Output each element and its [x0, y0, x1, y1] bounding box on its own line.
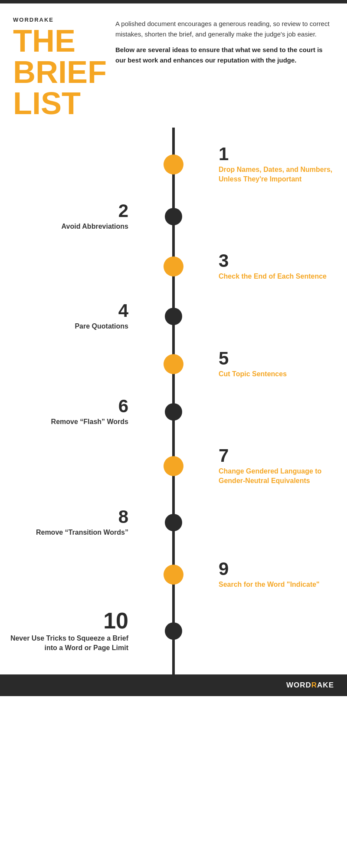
item-label-5: Cut Topic Sentences [219, 369, 347, 379]
item-number-8: 8 [0, 508, 128, 526]
top-bar [0, 0, 347, 3]
item-content-6: 6 Remove “Flash” Words [0, 397, 146, 427]
item-label-1: Drop Names, Dates, and Numbers, Unless T… [219, 165, 347, 184]
dot-7 [164, 456, 183, 476]
item-number-4: 4 [0, 302, 128, 320]
dot-10 [165, 622, 182, 640]
title-list: LIST [13, 88, 107, 119]
dot-9 [164, 565, 183, 585]
item-label-2: Avoid Abbreviations [0, 222, 128, 231]
timeline-item: 10 Never Use Tricks to Squeeze a Brief i… [0, 601, 347, 661]
timeline-item: 4 Pare Quotations [0, 293, 347, 340]
item-content-4: 4 Pare Quotations [0, 302, 146, 331]
description-area: A polished document encourages a generou… [107, 16, 334, 66]
dot-5 [164, 354, 183, 374]
item-content-5: 5 Cut Topic Sentences [201, 349, 347, 379]
item-number-2: 2 [0, 202, 128, 220]
item-label-7: Change Gendered Language to Gender-Neutr… [219, 467, 347, 486]
item-number-6: 6 [0, 397, 128, 415]
footer-brand: WORDRAKE [286, 681, 334, 690]
item-number-5: 5 [219, 349, 347, 368]
item-label-4: Pare Quotations [0, 322, 128, 331]
item-number-10: 10 [0, 609, 128, 632]
item-content-3: 3 Check the End of Each Sentence [201, 252, 347, 281]
item-content-2: 2 Avoid Abbreviations [0, 202, 146, 231]
item-label-10: Never Use Tricks to Squeeze a Brief into… [0, 634, 128, 653]
item-content-7: 7 Change Gendered Language to Gender-Neu… [201, 447, 347, 486]
item-content-8: 8 Remove “Transition Words” [0, 508, 146, 537]
timeline-item: 1 Drop Names, Dates, and Numbers, Unless… [0, 136, 347, 193]
item-label-8: Remove “Transition Words” [0, 528, 128, 537]
header-section: WORDRAKE THE BRIEF LIST A polished docum… [0, 3, 347, 128]
timeline-item: 7 Change Gendered Language to Gender-Neu… [0, 436, 347, 496]
timeline-item: 8 Remove “Transition Words” [0, 496, 347, 549]
timeline-item: 9 Search for the Word "Indicate" [0, 549, 347, 601]
description-normal: A polished document encourages a generou… [115, 19, 334, 39]
footer-bar: WORDRAKE [0, 674, 347, 696]
footer-logo: WORDRAKE [286, 681, 334, 690]
dot-4 [165, 308, 182, 325]
item-number-7: 7 [219, 447, 347, 465]
title-the: THE [13, 25, 107, 56]
item-content-9: 9 Search for the Word "Indicate" [201, 560, 347, 589]
title-brief: BRIEF [13, 56, 107, 88]
dot-2 [165, 208, 182, 225]
dot-3 [164, 256, 183, 276]
timeline-wrapper: 1 Drop Names, Dates, and Numbers, Unless… [0, 128, 347, 674]
item-number-1: 1 [219, 145, 347, 163]
timeline-item: 5 Cut Topic Sentences [0, 340, 347, 388]
item-label-3: Check the End of Each Sentence [219, 272, 347, 281]
item-label-9: Search for the Word "Indicate" [219, 580, 347, 589]
timeline-item: 3 Check the End of Each Sentence [0, 240, 347, 293]
item-content-1: 1 Drop Names, Dates, and Numbers, Unless… [201, 145, 347, 184]
item-label-6: Remove “Flash” Words [0, 417, 128, 427]
dot-8 [165, 514, 182, 531]
logo-area: WORDRAKE THE BRIEF LIST [13, 16, 107, 119]
description-bold: Below are several ideas to ensure that w… [115, 45, 334, 66]
item-content-10: 10 Never Use Tricks to Squeeze a Brief i… [0, 609, 146, 653]
item-number-3: 3 [219, 252, 347, 270]
item-number-9: 9 [219, 560, 347, 578]
timeline-item: 2 Avoid Abbreviations [0, 193, 347, 240]
timeline-item: 6 Remove “Flash” Words [0, 388, 347, 436]
dot-1 [164, 155, 183, 174]
brand-name: WORDRAKE [13, 16, 107, 23]
dot-6 [165, 403, 182, 421]
